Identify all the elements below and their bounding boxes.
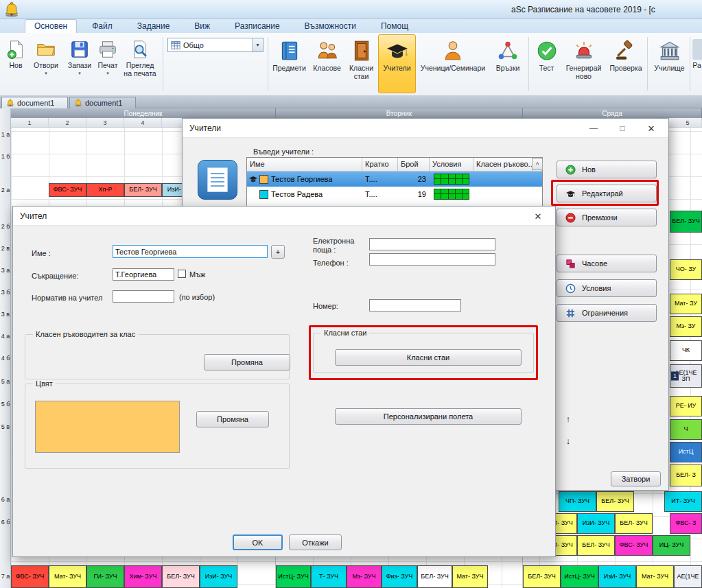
maximize-button[interactable]: □ xyxy=(608,119,637,138)
edit-teacher-button[interactable]: Редактирай xyxy=(557,185,657,202)
print-button[interactable]: Печат ▾ xyxy=(95,34,121,93)
timetable-cell[interactable]: ИзИ- ЗУЧ xyxy=(598,565,636,588)
cancel-button[interactable]: Откажи xyxy=(289,534,342,550)
teacher-dialog-titlebar[interactable]: Учител ✕ xyxy=(13,207,555,226)
school-button[interactable]: Училище xyxy=(650,34,689,93)
timetable-cell[interactable]: ИстЦ- ЗУЧ xyxy=(561,565,598,588)
move-up-button[interactable]: ↑ xyxy=(561,411,576,426)
classes-button[interactable]: Класове xyxy=(309,34,344,93)
close-dialog-button[interactable]: Затвори xyxy=(611,471,661,486)
name-input[interactable] xyxy=(113,245,268,258)
timetable-cell[interactable]: Ч xyxy=(670,419,702,440)
timetable-cell[interactable]: ЧК xyxy=(670,340,702,361)
timetable-cell[interactable]: БЕЛ- ЗУЧ xyxy=(596,491,634,512)
menu-tab-2[interactable]: Файл xyxy=(82,19,122,33)
timetable-cell[interactable]: ИстЦ- ЗУЧ xyxy=(276,565,311,588)
minimize-button[interactable]: — xyxy=(579,119,608,138)
constraints-button[interactable]: Ограничения xyxy=(557,304,657,322)
students-button[interactable]: Ученици/Семинари xyxy=(417,34,489,93)
timetable-cell[interactable]: Мат- ЗУЧ xyxy=(49,565,86,588)
timetable-cell[interactable]: ФВС- ЗУЧ xyxy=(11,565,49,588)
move-down-button[interactable]: ↓ xyxy=(561,433,576,448)
print-preview-button[interactable]: Преглед на печата xyxy=(121,34,159,93)
remove-teacher-button[interactable]: Премахни xyxy=(557,209,657,226)
generate-new-button[interactable]: Генерирай ново xyxy=(562,34,605,93)
timetable-cell[interactable]: Мз- ЗУЧ xyxy=(347,565,382,588)
document-tab-1[interactable]: document1 xyxy=(1,97,68,108)
links-button[interactable]: Връзки xyxy=(490,34,526,93)
close-icon[interactable]: ✕ xyxy=(524,207,552,226)
teacher-row-0[interactable]: Тестов Георгиева Т.... 23 xyxy=(247,172,542,187)
test-button[interactable]: Тест xyxy=(532,34,561,93)
partial-ribbon-button[interactable]: Ра xyxy=(692,34,702,93)
timetable-cell[interactable]: ГИ- ЗУЧ xyxy=(86,565,124,588)
male-checkbox[interactable] xyxy=(178,270,186,278)
document-tab-2[interactable]: document1 xyxy=(69,97,136,108)
column-header-short[interactable]: Кратко xyxy=(362,158,398,171)
timetable-cell[interactable]: РЕ- ИУ xyxy=(670,396,702,416)
timetable-cell[interactable]: БЕЛ- ЗУЧ xyxy=(417,565,452,588)
classrooms-button[interactable]: Класни стаи xyxy=(345,34,377,93)
timetable-cell[interactable]: Мат- ЗУЧ xyxy=(636,565,674,588)
teacher-row-1[interactable]: Тестов Радева Т.... 19 xyxy=(247,187,542,202)
classrooms-button[interactable]: Класни стаи xyxy=(335,349,522,366)
timetable-cell[interactable]: БЕЛ- З xyxy=(670,464,702,486)
timetable-cell[interactable]: БЕЛ- ЗУЧ xyxy=(615,513,653,534)
new-teacher-button[interactable]: Нов xyxy=(557,161,657,178)
menu-tab-1[interactable]: Основен xyxy=(25,19,77,33)
timetable-cell[interactable]: ИЦ- ЗУЧ xyxy=(653,535,690,556)
timetable-cell[interactable]: ФВС- ЗУЧ xyxy=(49,183,86,197)
menu-tab-3[interactable]: Задание xyxy=(128,19,180,33)
number-input[interactable] xyxy=(369,299,461,311)
color-change-button[interactable]: Промяна xyxy=(196,411,269,427)
menu-tab-4[interactable]: Виж xyxy=(185,19,220,33)
email-input[interactable] xyxy=(369,238,495,250)
open-button[interactable]: Отвори ▾ xyxy=(29,34,63,93)
teachers-dialog-titlebar[interactable]: Учители — □ ✕ xyxy=(183,119,668,138)
column-header-class-teacher[interactable]: Класен ръково... xyxy=(473,158,533,171)
combo-dropdown-button[interactable]: ▾ xyxy=(252,38,263,51)
abbreviation-input[interactable] xyxy=(113,268,174,281)
column-header-count[interactable]: Брой xyxy=(398,158,430,171)
check-button[interactable]: Проверка xyxy=(606,34,646,93)
timetable-cell[interactable]: ИТ- ЗУЧ xyxy=(664,491,702,512)
menu-tab-5[interactable]: Разписание xyxy=(225,19,290,33)
timetable-cell[interactable]: БЕЛ- ЗУЧ xyxy=(670,211,702,233)
column-header-conditions[interactable]: Условия xyxy=(430,158,473,171)
timetable-cell[interactable]: ИстЦ xyxy=(670,442,702,462)
timetable-cell[interactable]: БЕЛ- ЗУЧ xyxy=(162,565,200,588)
close-icon[interactable]: ✕ xyxy=(637,119,666,138)
timetable-cell[interactable]: ЧП- ЗУЧ xyxy=(559,491,596,512)
timetable-cell[interactable]: Мат- ЗУЧ xyxy=(452,565,488,588)
timetable-cell[interactable]: Физ- ЗУЧ xyxy=(382,565,417,588)
custom-fields-button[interactable]: Персонализирани полета xyxy=(335,408,522,425)
timetable-cell[interactable]: БЕЛ- ЗУЧ xyxy=(523,565,561,588)
add-name-button[interactable]: + xyxy=(271,245,285,259)
timetable-cell[interactable]: Мат- ЗУ xyxy=(670,294,702,314)
timetable-cell[interactable]: ФВС- ЗУЧ xyxy=(615,535,653,556)
timetable-cell[interactable]: АЕ(1ЧЕ ЗП1 xyxy=(670,364,702,388)
timetable-cell[interactable]: Хп-Р xyxy=(86,183,124,197)
timetable-cell[interactable]: ИзИ- ЗУЧ xyxy=(577,513,615,534)
timetable-cell[interactable]: ИзИ- ЗУЧ xyxy=(200,565,237,588)
menu-tab-7[interactable]: Помощ xyxy=(371,19,418,33)
timetable-cell[interactable]: Хим- ЗУЧ xyxy=(124,565,162,588)
table-scroll-up-button[interactable]: ^ xyxy=(532,158,543,170)
lessons-button[interactable]: Часове xyxy=(557,255,657,272)
timetable-cell[interactable]: ЧО- ЗУ xyxy=(670,259,702,280)
view-combo[interactable]: Общо ▾ xyxy=(167,38,264,52)
timetable-cell[interactable]: ФВС- З xyxy=(670,513,702,534)
teachers-button[interactable]: Учители xyxy=(378,34,416,93)
save-button[interactable]: Запази ▾ xyxy=(65,34,95,93)
timetable-cell[interactable]: Т- ЗУЧ xyxy=(311,565,347,588)
conditions-button[interactable]: Условия xyxy=(557,279,657,297)
timetable-cell[interactable]: БЕЛ- ЗУЧ xyxy=(124,183,162,197)
class-teacher-change-button[interactable]: Промяна xyxy=(204,354,290,371)
timetable-cell[interactable]: Мз- ЗУ xyxy=(670,316,702,337)
column-header-name[interactable]: Име xyxy=(247,158,362,171)
timetable-cell[interactable]: АЕ(1ЧЕ xyxy=(674,565,702,588)
timetable-cell[interactable]: БЕЛ- ЗУЧ xyxy=(577,535,615,556)
menu-tab-6[interactable]: Възможности xyxy=(295,19,366,33)
norm-input[interactable] xyxy=(113,290,174,303)
subjects-button[interactable]: Предмети xyxy=(270,34,308,93)
